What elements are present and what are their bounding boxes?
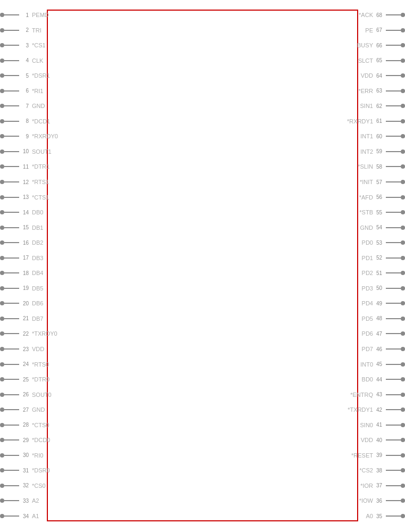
- pin-line: [386, 257, 401, 259]
- pin-dot: [0, 286, 4, 290]
- right-pin-49: 49PD4: [362, 300, 405, 306]
- pin-label: PD6: [362, 330, 373, 337]
- left-pin-10: 10SOUT1: [0, 148, 52, 155]
- pin-line: [386, 14, 401, 15]
- pin-number: 26: [19, 392, 29, 397]
- left-pin-15: 15DB1: [0, 225, 43, 231]
- pin-dot: [0, 89, 4, 93]
- pin-line: [386, 333, 401, 334]
- pin-number: 64: [376, 73, 386, 79]
- left-pin-22: 22*TXRDY0: [0, 330, 57, 337]
- pin-label: BD0: [362, 376, 373, 383]
- pin-number: 1: [19, 12, 29, 18]
- right-pin-35: 35A0: [366, 513, 405, 519]
- pin-dot: [401, 498, 405, 503]
- pin-dot: [0, 134, 4, 138]
- pin-number: 52: [376, 255, 386, 261]
- left-pin-32: 32*CS0: [0, 483, 46, 489]
- pin-line: [4, 45, 19, 46]
- pin-number: 27: [19, 407, 29, 413]
- pin-dot: [401, 256, 405, 260]
- pin-label: DB2: [32, 239, 43, 246]
- pin-dot: [401, 423, 405, 427]
- pin-label: INT1: [360, 133, 373, 139]
- pin-line: [4, 470, 19, 471]
- pin-label: SOUT0: [32, 392, 52, 398]
- pin-line: [386, 105, 401, 106]
- pin-number: 28: [19, 422, 29, 428]
- pin-number: 61: [376, 118, 386, 124]
- right-pin-65: 65SLCT: [358, 57, 405, 64]
- right-pin-63: 63*ERR: [358, 88, 405, 94]
- pin-label: DB4: [32, 270, 43, 276]
- left-pin-9: 9*RXRDY0: [0, 133, 58, 139]
- pin-label: *SLIN: [358, 163, 373, 170]
- pin-dot: [0, 271, 4, 275]
- pin-line: [4, 75, 19, 76]
- pin-line: [4, 227, 19, 228]
- left-pin-16: 16DB2: [0, 239, 43, 246]
- pin-line: [386, 121, 401, 122]
- pin-line: [4, 151, 19, 152]
- pin-label: SIN1: [360, 103, 373, 109]
- right-pin-53: 53PD0: [362, 239, 405, 246]
- pin-line: [386, 288, 401, 289]
- pin-dot: [401, 408, 405, 412]
- pin-number: 49: [376, 301, 386, 306]
- pin-number: 11: [19, 164, 29, 170]
- pin-line: [386, 151, 401, 152]
- pin-label: GND: [360, 225, 373, 231]
- left-pin-13: 13*CTS1: [0, 194, 49, 201]
- pin-number: 65: [376, 57, 386, 63]
- pin-dot: [401, 286, 405, 290]
- pin-number: 43: [376, 392, 386, 397]
- pin-label: DB7: [32, 315, 43, 322]
- left-pin-27: 27GND: [0, 406, 45, 413]
- pin-number: 9: [19, 134, 29, 139]
- pin-dot: [401, 73, 405, 78]
- pin-dot: [0, 149, 4, 154]
- pin-number: 14: [19, 210, 29, 215]
- pin-number: 2: [19, 27, 29, 33]
- pin-line: [4, 500, 19, 501]
- left-pin-25: 25*DTR0: [0, 376, 49, 383]
- pin-line: [386, 212, 401, 213]
- pin-label: A0: [366, 513, 373, 519]
- pin-line: [4, 379, 19, 380]
- left-pin-7: 7GND: [0, 103, 45, 109]
- pin-label: SOUT1: [32, 148, 52, 155]
- pin-line: [386, 90, 401, 92]
- pin-line: [4, 30, 19, 31]
- pin-dot: [401, 438, 405, 442]
- right-pin-50: 50PD3: [362, 285, 405, 292]
- pin-dot: [0, 195, 4, 200]
- pin-line: [4, 485, 19, 486]
- right-pin-42: 42*TXRDY1: [348, 406, 405, 413]
- pin-dot: [401, 59, 405, 63]
- right-pin-55: 55*STB: [359, 209, 405, 215]
- pin-dot: [0, 73, 4, 78]
- pin-number: 4: [19, 57, 29, 63]
- pin-dot: [401, 164, 405, 169]
- pin-label: DB5: [32, 285, 43, 292]
- pin-dot: [401, 453, 405, 458]
- pin-number: 5: [19, 73, 29, 79]
- right-pin-54: 54GND: [360, 225, 405, 231]
- pin-number: 39: [376, 452, 386, 458]
- pin-dot: [0, 240, 4, 245]
- left-pin-33: 33A2: [0, 497, 39, 504]
- pin-number: 40: [376, 437, 386, 443]
- left-pin-11: 11*DTR1: [0, 163, 49, 170]
- pin-number: 17: [19, 255, 29, 261]
- pin-number: 21: [19, 315, 29, 321]
- pin-dot: [0, 226, 4, 230]
- pin-label: INT0: [360, 361, 373, 368]
- right-pin-41: 41SIN0: [360, 422, 405, 428]
- pin-dot: [0, 164, 4, 169]
- left-pin-18: 18DB4: [0, 270, 43, 276]
- pin-dot: [0, 180, 4, 184]
- left-pin-14: 14DB0: [0, 209, 43, 215]
- pin-dot: [401, 180, 405, 184]
- pin-label: *DSR0: [32, 467, 50, 473]
- pin-label: *RI0: [32, 452, 43, 459]
